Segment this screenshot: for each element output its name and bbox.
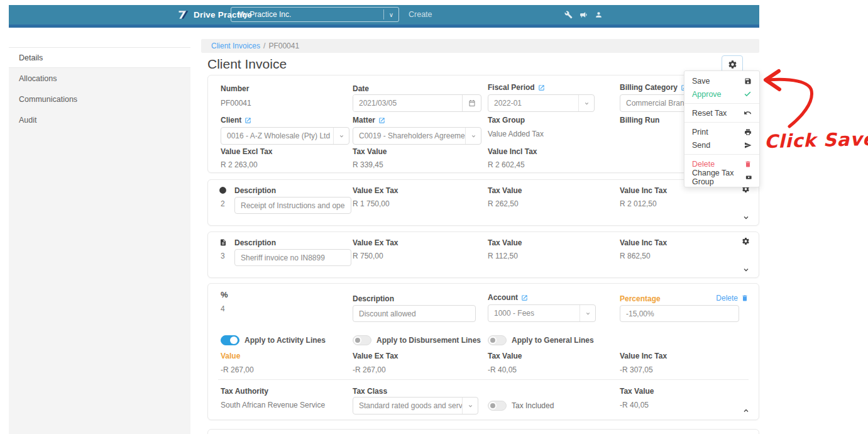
line-gear-button[interactable]	[742, 237, 750, 245]
value-inc-tax-value: R 2 012,50	[620, 199, 657, 208]
menu-divider	[684, 103, 759, 104]
client-select[interactable]: 0016 - A-Z Wholesale (Pty) Ltd	[221, 127, 349, 145]
line-number: 2	[221, 199, 225, 208]
chevron-down-icon	[742, 214, 750, 221]
tools-icon[interactable]	[564, 11, 573, 19]
practice-select[interactable]: My Practice Inc. ∨	[231, 7, 399, 22]
account-edit-icon[interactable]	[521, 294, 528, 301]
value-excl-tax-label: Value Excl Tax	[221, 147, 273, 156]
page-title: Client Invoice	[207, 57, 287, 72]
line-number: 3	[221, 252, 225, 260]
tax-included-toggle-row: Tax Included	[488, 401, 554, 411]
menu-item-send[interactable]: Send	[684, 138, 759, 152]
value-label: Value	[221, 352, 240, 360]
fiscal-period-edit-icon[interactable]	[538, 84, 545, 91]
line-expand-button[interactable]	[742, 214, 750, 221]
breadcrumb: Client Invoices / PF00041	[201, 39, 759, 53]
page: Drive Practice My Practice Inc. ∨ Create…	[0, 0, 868, 434]
client-label: Client	[221, 116, 241, 125]
value-incl-tax-value: R 2 602,45	[488, 160, 525, 169]
sidebar-item-communications[interactable]: Communications	[9, 89, 190, 109]
apply-general-toggle[interactable]	[488, 335, 507, 345]
fiscal-period-select[interactable]: 2022-01	[488, 94, 595, 112]
value-inc-tax-value: -R 307,05	[620, 365, 653, 374]
app-header: Drive Practice My Practice Inc. ∨ Create	[9, 5, 759, 25]
chevron-down-icon	[579, 101, 594, 106]
description-label: Description	[234, 238, 276, 247]
apply-disbursement-toggle[interactable]	[353, 335, 371, 345]
matter-label: Matter	[353, 116, 375, 125]
chevron-down-icon	[742, 266, 750, 274]
apply-activity-toggle-row: Apply to Activity Lines	[221, 335, 326, 345]
gear-icon	[742, 237, 750, 245]
matter-select[interactable]: C0019 - Shareholders Agreement: A...	[353, 127, 481, 145]
account-select[interactable]: 1000 - Fees	[488, 304, 596, 322]
chevron-down-icon	[466, 133, 481, 139]
percent-icon: %	[221, 290, 228, 299]
divider	[218, 379, 749, 380]
actions-menu: Save Approve Reset Tax Print Send Delete…	[684, 70, 760, 187]
description-label: Description	[353, 294, 394, 303]
discount-description-input[interactable]	[353, 305, 476, 322]
date-input-group	[353, 94, 481, 112]
percentage-input[interactable]	[620, 305, 739, 322]
create-menu-item[interactable]: Create	[409, 10, 432, 19]
trash-icon	[741, 294, 749, 302]
menu-item-change-tax-group[interactable]: Change Tax Group	[684, 170, 759, 184]
value-excl-tax-value: R 2 263,00	[221, 160, 258, 169]
apply-disbursement-toggle-row: Apply to Disbursement Lines	[353, 335, 481, 345]
tax-value-label: Tax Value	[353, 147, 387, 156]
breadcrumb-link-client-invoices[interactable]: Client Invoices	[211, 42, 260, 50]
header-accent-strip	[9, 25, 759, 28]
chevron-up-icon	[742, 407, 750, 415]
chevron-down-icon	[334, 133, 349, 139]
printer-icon	[744, 128, 752, 136]
menu-item-save[interactable]: Save	[684, 74, 759, 87]
apply-general-toggle-row: Apply to General Lines	[488, 335, 594, 345]
sidebar-item-audit[interactable]: Audit	[9, 109, 190, 130]
announcements-icon[interactable]	[580, 11, 588, 19]
save-icon	[744, 77, 752, 85]
check-icon	[744, 90, 752, 98]
tax-class-label: Tax Class	[353, 387, 387, 396]
account-label: Account	[488, 293, 518, 302]
apply-activity-toggle[interactable]	[221, 335, 239, 345]
invoice-line-activity: 2 Description Value Ex Tax R 1 750,00 Ta…	[207, 179, 759, 226]
user-icon[interactable]	[595, 11, 603, 19]
number-label: Number	[221, 84, 249, 93]
matter-edit-icon[interactable]	[378, 117, 385, 124]
description-label: Description	[234, 186, 276, 195]
sidebar-item-details[interactable]: Details	[9, 47, 190, 68]
sidebar-item-allocations[interactable]: Allocations	[9, 68, 190, 89]
tax-authority-value: South African Revenue Service	[221, 401, 325, 409]
billing-run-label: Billing Run	[620, 116, 659, 125]
delete-line-button[interactable]: Delete	[716, 294, 749, 303]
trash-icon	[744, 160, 752, 168]
tax-class-select[interactable]: Standard rated goods and services -...	[353, 397, 478, 415]
invoice-line-discount: % 4 Description Account 1000 - Fees Perc…	[207, 283, 759, 420]
calendar-icon[interactable]	[462, 95, 481, 111]
tax-value-label: Tax Value	[488, 186, 522, 195]
tax-value-label: Tax Value	[620, 387, 654, 396]
chevron-down-icon	[580, 311, 595, 316]
drive-practice-logo-icon	[177, 8, 190, 21]
invoice-header-card: Number PF00041 Date Fiscal Period 2022-0…	[207, 75, 759, 173]
line-description-input[interactable]	[234, 249, 351, 266]
tax-included-toggle[interactable]	[488, 401, 507, 411]
client-edit-icon[interactable]	[244, 117, 251, 124]
value-ex-tax-value: -R 267,00	[353, 365, 386, 374]
line-description-input[interactable]	[234, 197, 351, 214]
line-collapse-button[interactable]	[742, 407, 750, 415]
menu-item-reset-tax[interactable]: Reset Tax	[684, 106, 759, 120]
tax-authority-label: Tax Authority	[221, 387, 268, 396]
value-inc-tax-value: R 862,50	[620, 252, 651, 260]
value-ex-tax-value: R 750,00	[353, 252, 383, 260]
date-input[interactable]	[353, 95, 462, 111]
menu-item-print[interactable]: Print	[684, 125, 759, 138]
value-inc-tax-label: Value Inc Tax	[620, 238, 667, 247]
invoice-line-disbursement: 3 Description Value Ex Tax R 750,00 Tax …	[207, 231, 759, 278]
line-expand-button[interactable]	[742, 266, 750, 274]
breadcrumb-current: PF00041	[268, 42, 299, 50]
date-label: Date	[353, 84, 369, 93]
menu-item-approve[interactable]: Approve	[684, 87, 759, 101]
